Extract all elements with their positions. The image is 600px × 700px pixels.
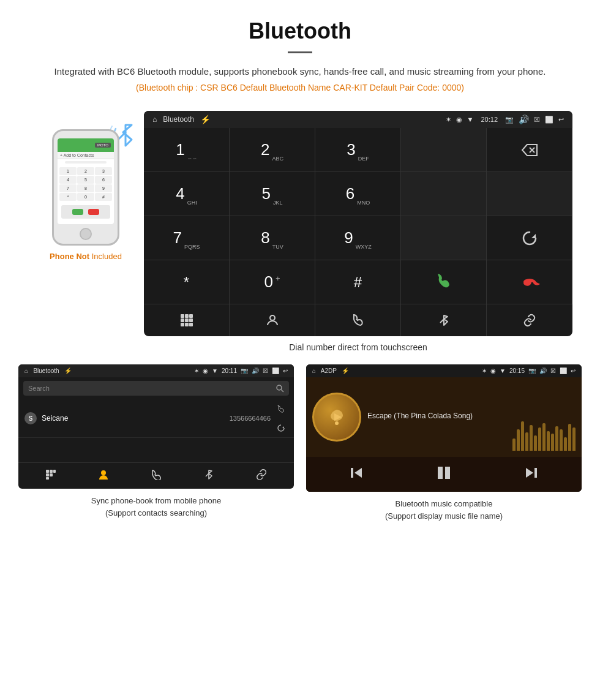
dial-backspace[interactable] xyxy=(487,128,572,172)
dial-key-3[interactable]: 3DEF xyxy=(315,128,401,172)
music-shot: ⌂ A2DP ⚡ ✶◉▼20:15 📷🔊☒⬜↩ Escape (The P xyxy=(306,364,582,522)
toolbar-phone-icon[interactable] xyxy=(315,304,401,336)
bluetooth-dialpad-screen: ⌂ Bluetooth ⚡ ✶ ◉ ▼ 20:12 📷 🔊 ☒ ⬜ ↩ 1∽∽ xyxy=(144,111,572,336)
pb-contact-name: Seicane xyxy=(42,414,230,423)
pb-bt-icon[interactable] xyxy=(203,469,214,483)
music-screen: ⌂ A2DP ⚡ ✶◉▼20:15 📷🔊☒⬜↩ Escape (The P xyxy=(306,364,582,492)
svg-rect-19 xyxy=(46,473,49,476)
svg-rect-25 xyxy=(351,468,353,478)
visualizer-bar xyxy=(564,437,567,451)
pb-phone-icon[interactable] xyxy=(151,469,162,483)
phonebook-shot: ⌂ Bluetooth ⚡ ✶◉▼20:11 📷🔊☒⬜↩ Search S Se… xyxy=(18,364,294,522)
phone-contact-bar: + Add to Contacts xyxy=(58,152,114,159)
svg-rect-5 xyxy=(189,314,193,318)
svg-marker-24 xyxy=(354,468,362,478)
pb-link-icon[interactable] xyxy=(256,469,267,483)
pb-grid-icon[interactable] xyxy=(45,469,56,483)
pb-contact-row[interactable]: S Seicane 13566664466 xyxy=(18,399,294,438)
dial-reload[interactable] xyxy=(487,216,572,260)
dial-key-5[interactable]: 5JKL xyxy=(230,172,315,216)
dial-key-1[interactable]: 1∽∽ xyxy=(144,128,230,172)
svg-point-13 xyxy=(277,385,282,390)
music-controls xyxy=(306,457,582,492)
visualizer-bar xyxy=(512,438,516,451)
visualizer-bar xyxy=(534,435,537,451)
statusbar-time: 20:12 xyxy=(481,116,498,123)
visualizer-bar xyxy=(538,427,541,451)
toolbar-contacts-icon[interactable] xyxy=(230,304,315,336)
bt-icon: ✶ xyxy=(446,116,451,124)
dial-key-7[interactable]: 7PQRS xyxy=(144,216,230,260)
phonebook-caption: Sync phone-book from mobile phone (Suppo… xyxy=(91,495,221,519)
statusbar-bt-title: Bluetooth xyxy=(163,115,194,124)
svg-marker-2 xyxy=(531,234,536,238)
dial-call-green[interactable] xyxy=(401,260,487,304)
page-title: Bluetooth xyxy=(12,18,588,44)
svg-marker-28 xyxy=(526,468,533,478)
music-album-art xyxy=(312,393,361,442)
dial-key-6[interactable]: 6MNO xyxy=(315,172,401,216)
toolbar-link-icon[interactable] xyxy=(487,304,572,336)
phone-frame: MOTO + Add to Contacts 123 456 789 *0# xyxy=(52,129,119,246)
visualizer-bar xyxy=(555,426,558,451)
dial-key-8[interactable]: 8TUV xyxy=(230,216,315,260)
toolbar-dialpad-icon[interactable] xyxy=(144,304,230,336)
music-play-pause-icon[interactable] xyxy=(435,464,452,484)
visualizer-bar xyxy=(568,424,571,451)
dial-empty-3 xyxy=(487,172,572,216)
pb-search-placeholder: Search xyxy=(28,385,50,392)
statusbar-right: ✶ ◉ ▼ 20:12 📷 🔊 ☒ ⬜ ↩ xyxy=(446,115,564,124)
music-caption: Bluetooth music compatible (Support disp… xyxy=(385,498,503,522)
svg-rect-3 xyxy=(181,314,184,318)
window-icon: ⬜ xyxy=(545,116,553,124)
page-description: Integrated with BC6 Bluetooth module, su… xyxy=(12,64,588,79)
dial-key-star[interactable]: * xyxy=(144,260,230,304)
svg-rect-21 xyxy=(46,477,49,480)
svg-rect-11 xyxy=(189,323,193,326)
dial-empty-2 xyxy=(401,172,487,216)
visualizer-bar xyxy=(530,425,533,451)
music-song-title: Escape (The Pina Colada Song) xyxy=(367,412,576,420)
dial-key-hash[interactable]: # xyxy=(315,260,401,304)
phone-column: MOTO + Add to Contacts 123 456 789 *0# xyxy=(28,111,144,261)
pb-person-icon[interactable] xyxy=(98,469,109,483)
music-statusbar: ⌂ A2DP ⚡ ✶◉▼20:15 📷🔊☒⬜↩ xyxy=(306,364,582,377)
visualizer-bar xyxy=(572,427,576,451)
visualizer-bar xyxy=(525,432,528,451)
dial-call-red[interactable] xyxy=(487,260,572,304)
dial-key-2[interactable]: 2ABC xyxy=(230,128,315,172)
back-arrow-icon: ↩ xyxy=(558,116,564,124)
svg-rect-18 xyxy=(53,470,56,473)
close-box-icon: ☒ xyxy=(534,116,540,124)
statusbar-left: ⌂ Bluetooth ⚡ xyxy=(152,115,211,124)
pb-search-bar[interactable]: Search xyxy=(23,381,289,396)
pb-contact-number: 13566664466 xyxy=(230,415,271,422)
pb-toolbar xyxy=(18,462,294,489)
phone-screen-header: MOTO xyxy=(58,138,114,152)
toolbar-bluetooth-icon[interactable] xyxy=(401,304,487,336)
music-visualizer xyxy=(512,420,576,451)
svg-rect-27 xyxy=(445,467,450,479)
svg-line-14 xyxy=(281,390,283,392)
svg-rect-26 xyxy=(438,467,443,479)
bt-statusbar: ⌂ Bluetooth ⚡ ✶ ◉ ▼ 20:12 📷 🔊 ☒ ⬜ ↩ xyxy=(144,111,572,128)
music-next-icon[interactable] xyxy=(525,466,538,483)
phone-not-included-label: Phone Not Included xyxy=(50,252,122,261)
middle-section: MOTO + Add to Contacts 123 456 789 *0# xyxy=(0,111,600,336)
svg-point-23 xyxy=(335,421,339,425)
visualizer-bar xyxy=(517,429,520,451)
svg-point-12 xyxy=(270,315,275,320)
phonebook-screen: ⌂ Bluetooth ⚡ ✶◉▼20:11 📷🔊☒⬜↩ Search S Se… xyxy=(18,364,294,489)
visualizer-bar xyxy=(547,431,550,451)
visualizer-bar xyxy=(521,421,524,451)
dial-key-0[interactable]: 0+ xyxy=(230,260,315,304)
svg-rect-8 xyxy=(189,318,193,322)
dial-key-4[interactable]: 4GHI xyxy=(144,172,230,216)
phone-home-button xyxy=(80,228,92,240)
dialpad-grid: 1∽∽ 2ABC 3DEF 4GHI 5JKL 6MNO xyxy=(144,128,572,336)
camera-icon: 📷 xyxy=(505,116,514,124)
bluetooth-specs: (Bluetooth chip : CSR BC6 Default Blueto… xyxy=(12,83,588,92)
music-prev-icon[interactable] xyxy=(350,466,363,483)
dial-empty-1 xyxy=(401,128,487,172)
dial-key-9[interactable]: 9WXYZ xyxy=(315,216,401,260)
